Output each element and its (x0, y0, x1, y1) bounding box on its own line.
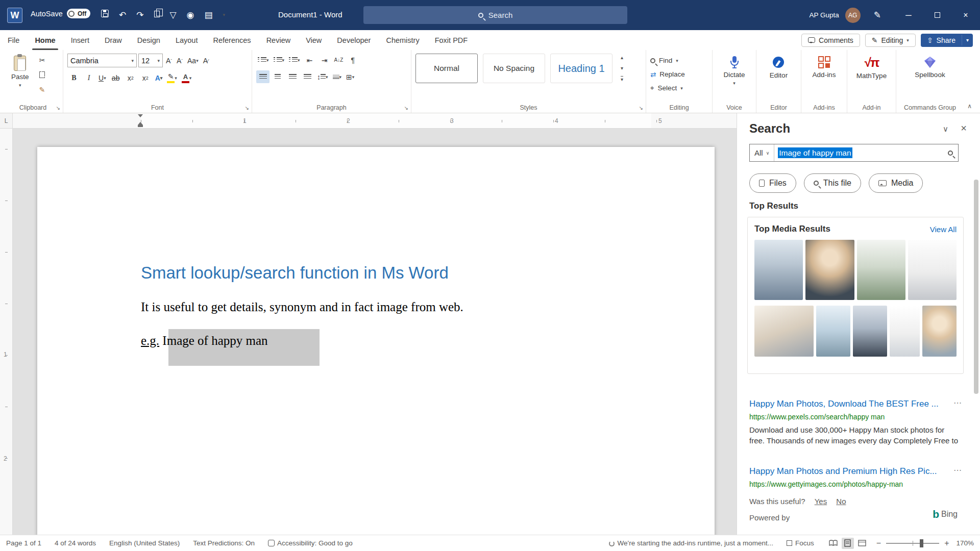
result-url[interactable]: https://www.pexels.com/search/happy man (749, 413, 959, 421)
show-formatting-marks-button[interactable]: ¶ (346, 54, 359, 66)
cut-button[interactable]: ✂ (36, 54, 49, 66)
styles-more-icon[interactable]: ▾ (621, 76, 623, 82)
shrink-font-button[interactable]: Aˇ (175, 54, 184, 67)
first-line-indent-marker[interactable] (138, 114, 143, 117)
notebook-icon[interactable]: ▤ (204, 10, 212, 20)
scope-dropdown[interactable]: All ∨ (750, 144, 774, 161)
view-read-mode-button[interactable] (827, 538, 840, 549)
undo-icon[interactable]: ↶ (119, 10, 126, 20)
grow-font-button[interactable]: Aˆ (164, 54, 174, 67)
redo-icon[interactable]: ↷ (136, 10, 143, 20)
doc-example-line[interactable]: e.g. Image of happy man (141, 334, 268, 348)
clipboard-dialog-launcher-icon[interactable]: ↘ (56, 105, 60, 111)
media-thumbnail[interactable] (853, 306, 887, 357)
sort-button[interactable]: A↓Z (333, 54, 345, 66)
mathtype-button[interactable]: √π MathType (851, 54, 892, 82)
user-avatar[interactable]: AG (845, 8, 861, 23)
bullets-button[interactable]: ▾ (256, 54, 271, 66)
text-effects-button[interactable]: A▾ (154, 71, 164, 84)
increase-indent-button[interactable]: ⇥ (318, 54, 331, 66)
pane-close-icon[interactable]: × (961, 122, 967, 134)
tab-layout[interactable]: Layout (168, 30, 206, 50)
highlight-button[interactable]: ✎ ▾ (165, 71, 179, 84)
search-icon[interactable] (948, 151, 953, 156)
filter-icon[interactable]: ▽ (170, 10, 177, 20)
tab-foxit-pdf[interactable]: Foxit PDF (427, 30, 475, 50)
subscript-button[interactable]: x2 (124, 71, 137, 84)
result-title-link[interactable]: Happy Man Photos, Download The BEST Free… (749, 399, 959, 409)
bold-button[interactable]: B (67, 71, 81, 84)
focus-button[interactable]: Focus (787, 539, 814, 547)
replace-button[interactable]: ⇄ Replace (650, 67, 708, 81)
media-thumbnail[interactable] (816, 306, 850, 357)
copy-icon[interactable] (154, 10, 160, 20)
doc-body-text[interactable]: It is useful to get details, synonym and… (141, 300, 463, 314)
media-thumbnail[interactable] (890, 306, 920, 357)
superscript-button[interactable]: x2 (139, 71, 152, 84)
save-icon[interactable] (101, 10, 109, 20)
titlebar-search-box[interactable]: Search (363, 6, 627, 24)
zoom-level[interactable]: 170% (956, 539, 974, 547)
accessibility-status[interactable]: Accessibility: Good to go (268, 539, 353, 547)
word-logo-icon[interactable]: W (7, 8, 22, 23)
styles-scroll-up-icon[interactable]: ▴ (621, 55, 623, 60)
vertical-ruler[interactable]: 1 2 (0, 129, 13, 535)
view-print-layout-button[interactable] (842, 538, 854, 549)
line-spacing-button[interactable]: ↕▾ (315, 70, 330, 83)
dictate-button[interactable]: Dictate ▾ (717, 54, 752, 88)
change-case-button[interactable]: Aa▾ (186, 54, 200, 67)
left-indent-marker[interactable] (138, 125, 143, 127)
more-options-icon[interactable]: ⋯ (953, 398, 962, 408)
qat-customize-chevron-icon[interactable]: ▾ (223, 12, 225, 17)
tab-draw[interactable]: Draw (97, 30, 130, 50)
tab-home[interactable]: Home (27, 30, 63, 50)
font-size-select[interactable]: 12▾ (138, 54, 163, 67)
zoom-in-button[interactable]: + (944, 539, 949, 548)
justify-button[interactable] (301, 70, 314, 83)
clear-formatting-button[interactable]: A⁄ (202, 54, 210, 67)
pane-search-box[interactable]: All ∨ Image of happy man (749, 144, 959, 162)
media-thumbnail[interactable] (857, 240, 905, 300)
addins-button[interactable]: Add-ins (805, 54, 843, 81)
font-dialog-launcher-icon[interactable]: ↘ (245, 105, 249, 111)
select-button[interactable]: ⌖ Select▾ (650, 81, 708, 95)
tab-chemistry[interactable]: Chemistry (378, 30, 427, 50)
document-page[interactable]: Smart lookup/search function in Ms Word … (37, 147, 715, 535)
close-button[interactable]: × (951, 0, 980, 30)
style-no-spacing[interactable]: No Spacing (483, 54, 545, 83)
shading-button[interactable]: ▾ (331, 70, 344, 83)
language-indicator[interactable]: English (United States) (109, 539, 180, 547)
selected-text[interactable]: Image of happy man (162, 334, 267, 347)
share-dropdown-chevron-icon[interactable]: ▾ (962, 35, 973, 45)
align-center-button[interactable] (271, 70, 284, 83)
tab-developer[interactable]: Developer (329, 30, 378, 50)
pane-scrollbar-thumb[interactable] (974, 180, 978, 394)
chip-media[interactable]: Media (869, 173, 923, 193)
zoom-slider[interactable] (886, 543, 939, 544)
user-name[interactable]: AP Gupta (809, 11, 839, 19)
doc-heading[interactable]: Smart lookup/search function in Ms Word (141, 263, 449, 283)
copy-small-button[interactable] (36, 68, 49, 81)
media-thumbnail[interactable] (754, 240, 803, 300)
search-query-input[interactable]: Image of happy man (774, 148, 948, 158)
media-thumbnail[interactable] (908, 240, 957, 300)
align-right-button[interactable] (286, 70, 299, 83)
borders-button[interactable]: ⊞▾ (345, 70, 356, 83)
feedback-no-link[interactable]: No (836, 497, 846, 506)
horizontal-ruler[interactable]: 1 2 3 4 5 (13, 113, 737, 129)
autosave-toggle[interactable]: Off (67, 9, 90, 18)
maximize-button[interactable] (923, 0, 951, 30)
find-button[interactable]: Find▾ (650, 54, 708, 67)
eg-prefix[interactable]: e.g. (141, 334, 159, 347)
tab-selector[interactable]: L (0, 113, 13, 129)
paste-button[interactable]: Paste ▾ (7, 54, 33, 90)
tab-references[interactable]: References (205, 30, 258, 50)
tab-view[interactable]: View (298, 30, 329, 50)
result-title-link[interactable]: Happy Man Photos and Premium High Res Pi… (749, 466, 959, 477)
chip-files[interactable]: Files (749, 173, 796, 193)
chip-this-file[interactable]: This file (804, 173, 861, 193)
styles-dialog-launcher-icon[interactable]: ↘ (639, 105, 643, 111)
font-name-select[interactable]: Cambria▾ (67, 54, 137, 67)
tab-file[interactable]: File (0, 30, 27, 50)
font-color-button[interactable]: A ▾ (180, 71, 193, 84)
